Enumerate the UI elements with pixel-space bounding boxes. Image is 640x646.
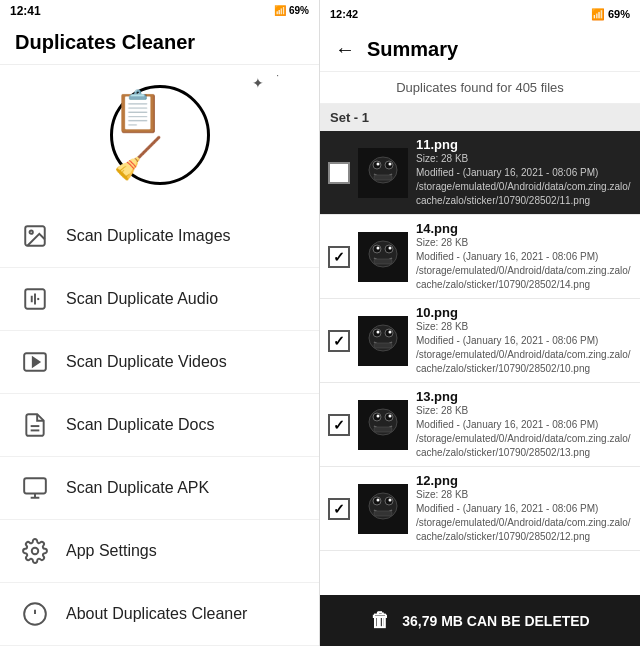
file-item[interactable]: 11.pngSize: 28 KB Modified - (January 16… (320, 131, 640, 215)
menu-label-images: Scan Duplicate Images (66, 227, 231, 245)
svg-point-22 (389, 162, 392, 165)
svg-rect-51 (374, 511, 392, 516)
left-time: 12:41 (10, 4, 41, 18)
file-checkbox[interactable] (328, 162, 350, 184)
file-thumbnail (358, 232, 408, 282)
right-time: 12:42 (330, 8, 358, 20)
about-icon (20, 599, 50, 629)
right-panel: 12:42 📶 69% ← Summary Duplicates found f… (320, 0, 640, 646)
file-item[interactable]: 12.pngSize: 28 KB Modified - (January 16… (320, 467, 640, 551)
file-thumbnail (358, 316, 408, 366)
file-item[interactable]: 10.pngSize: 28 KB Modified - (January 16… (320, 299, 640, 383)
file-name: 13.png (416, 389, 632, 404)
svg-rect-37 (374, 343, 392, 348)
file-name: 12.png (416, 473, 632, 488)
file-item[interactable]: 13.pngSize: 28 KB Modified - (January 16… (320, 383, 640, 467)
file-meta: Size: 28 KB Modified - (January 16, 2021… (416, 152, 632, 208)
videos-icon (20, 347, 50, 377)
back-button[interactable]: ← (335, 38, 355, 61)
file-checkbox[interactable] (328, 330, 350, 352)
file-info: 11.pngSize: 28 KB Modified - (January 16… (416, 137, 632, 208)
right-status-bar: 12:42 📶 69% (320, 0, 640, 28)
app-title: Duplicates Cleaner (0, 21, 319, 65)
file-name: 10.png (416, 305, 632, 320)
summary-title: Summary (367, 38, 458, 61)
menu-list: Scan Duplicate Images Scan Duplicate Aud… (0, 205, 319, 646)
file-meta: Size: 28 KB Modified - (January 16, 2021… (416, 320, 632, 376)
svg-marker-7 (33, 358, 40, 367)
menu-label-docs: Scan Duplicate Docs (66, 416, 215, 434)
menu-item-audio[interactable]: Scan Duplicate Audio (0, 268, 319, 331)
file-info: 12.pngSize: 28 KB Modified - (January 16… (416, 473, 632, 544)
file-info: 14.pngSize: 28 KB Modified - (January 16… (416, 221, 632, 292)
file-meta: Size: 28 KB Modified - (January 16, 2021… (416, 404, 632, 460)
menu-item-settings[interactable]: App Settings (0, 520, 319, 583)
right-header: ← Summary (320, 28, 640, 72)
file-name: 14.png (416, 221, 632, 236)
images-icon (20, 221, 50, 251)
left-status-bar: 12:41 📶 69% (0, 0, 319, 21)
delete-bar-label: 36,79 MB CAN BE DELETED (402, 613, 589, 629)
menu-label-about: About Duplicates Cleaner (66, 605, 247, 623)
settings-icon (20, 536, 50, 566)
file-meta: Size: 28 KB Modified - (January 16, 2021… (416, 236, 632, 292)
left-panel: 12:41 📶 69% Duplicates Cleaner 📋🧹 ✦ · Sc… (0, 0, 320, 646)
menu-label-settings: App Settings (66, 542, 157, 560)
svg-point-29 (389, 246, 392, 249)
svg-point-13 (32, 548, 39, 555)
set-label: Set - 1 (320, 104, 640, 131)
sparkle-decoration-1: ✦ (252, 75, 264, 91)
menu-label-videos: Scan Duplicate Videos (66, 353, 227, 371)
file-thumbnail (358, 484, 408, 534)
trash-icon: 🗑 (370, 609, 390, 632)
svg-rect-10 (24, 478, 46, 493)
audio-icon (20, 284, 50, 314)
menu-item-apk[interactable]: Scan Duplicate APK (0, 457, 319, 520)
file-thumbnail (358, 400, 408, 450)
svg-point-28 (377, 246, 380, 249)
menu-item-docs[interactable]: Scan Duplicate Docs (0, 394, 319, 457)
logo-area: 📋🧹 ✦ · (0, 65, 319, 205)
app-logo: 📋🧹 (110, 85, 210, 185)
svg-point-35 (377, 330, 380, 333)
file-item[interactable]: 14.pngSize: 28 KB Modified - (January 16… (320, 215, 640, 299)
svg-rect-44 (374, 427, 392, 432)
file-info: 10.pngSize: 28 KB Modified - (January 16… (416, 305, 632, 376)
file-meta: Size: 28 KB Modified - (January 16, 2021… (416, 488, 632, 544)
file-checkbox[interactable] (328, 498, 350, 520)
svg-point-42 (377, 414, 380, 417)
duplicates-subtitle: Duplicates found for 405 files (320, 72, 640, 104)
file-checkbox[interactable] (328, 246, 350, 268)
file-list: Set - 1 11.pngSize: 28 KB Modified - (Ja… (320, 104, 640, 595)
svg-point-1 (30, 231, 33, 234)
svg-point-43 (389, 414, 392, 417)
svg-point-21 (377, 162, 380, 165)
menu-label-audio: Scan Duplicate Audio (66, 290, 218, 308)
menu-label-apk: Scan Duplicate APK (66, 479, 209, 497)
menu-item-about[interactable]: About Duplicates Cleaner (0, 583, 319, 646)
menu-item-videos[interactable]: Scan Duplicate Videos (0, 331, 319, 394)
left-status-icons: 📶 69% (274, 5, 309, 16)
right-status-icons: 📶 69% (591, 8, 630, 21)
docs-icon (20, 410, 50, 440)
file-checkbox[interactable] (328, 414, 350, 436)
sparkle-decoration-2: · (276, 70, 279, 81)
file-name: 11.png (416, 137, 632, 152)
file-info: 13.pngSize: 28 KB Modified - (January 16… (416, 389, 632, 460)
svg-point-36 (389, 330, 392, 333)
delete-bar[interactable]: 🗑 36,79 MB CAN BE DELETED (320, 595, 640, 646)
svg-point-50 (389, 498, 392, 501)
apk-icon (20, 473, 50, 503)
file-thumbnail (358, 148, 408, 198)
svg-point-49 (377, 498, 380, 501)
svg-rect-30 (374, 259, 392, 264)
svg-rect-23 (374, 175, 392, 180)
menu-item-images[interactable]: Scan Duplicate Images (0, 205, 319, 268)
